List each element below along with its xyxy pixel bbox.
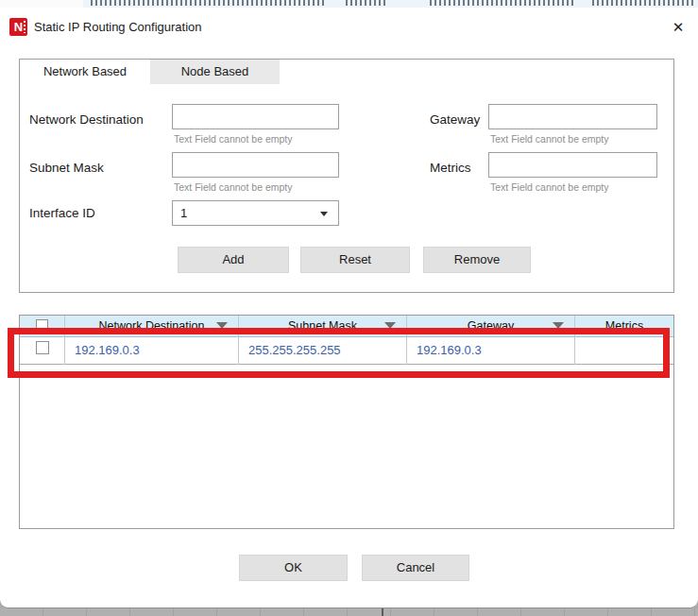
cell-subnet-mask: 255.255.255.255	[239, 337, 407, 365]
column-header-label: Network Destination	[99, 319, 205, 333]
filter-icon[interactable]	[553, 322, 564, 334]
metrics-input[interactable]	[488, 152, 657, 178]
column-header-metrics: Metrics	[575, 316, 673, 337]
network-destination-input[interactable]	[172, 104, 339, 129]
filter-icon[interactable]	[384, 322, 396, 334]
column-header-subnet-mask: Subnet Mask	[239, 316, 407, 337]
metrics-hint: Text Field cannot be empty	[490, 181, 608, 193]
table-row[interactable]: 192.169.0.3 255.255.255.255 192.169.0.3	[20, 337, 673, 365]
background-clipped-text	[91, 0, 325, 6]
background-clipped-text	[592, 0, 694, 6]
interface-id-dropdown[interactable]: 1	[172, 200, 339, 226]
gateway-label: Gateway	[430, 112, 480, 127]
static-ip-routing-dialog: N Static IP Routing Configuration ✕ Netw…	[0, 8, 698, 608]
routing-config-panel: Network Based Node Based Network Destina…	[19, 59, 674, 293]
netsim-logo-icon: N	[9, 18, 27, 36]
select-all-cell	[20, 316, 65, 337]
logo-bars	[24, 21, 26, 33]
cell-network-destination: 192.169.0.3	[65, 337, 239, 365]
column-header-network-destination: Network Destination	[65, 316, 239, 337]
subnet-mask-input[interactable]	[172, 152, 339, 178]
network-destination-hint: Text Field cannot be empty	[174, 133, 292, 145]
background-clipped-text	[346, 0, 387, 6]
network-destination-label: Network Destination	[29, 112, 144, 127]
column-header-gateway: Gateway	[407, 316, 575, 337]
table-header-row: Network Destination Subnet Mask Gateway	[20, 316, 673, 337]
metrics-label: Metrics	[430, 161, 471, 175]
screen: N Static IP Routing Configuration ✕ Netw…	[0, 0, 698, 616]
background-clipped-text	[430, 0, 573, 6]
cell-metrics	[575, 337, 673, 365]
remove-button[interactable]: Remove	[423, 247, 531, 273]
background-app-top-strip	[0, 0, 698, 8]
routes-table: Network Destination Subnet Mask Gateway	[19, 315, 674, 529]
select-all-checkbox[interactable]	[36, 319, 48, 332]
close-icon[interactable]: ✕	[664, 14, 692, 41]
tab-network-based[interactable]: Network Based	[20, 60, 150, 84]
cell-gateway: 192.169.0.3	[407, 337, 575, 365]
cancel-button[interactable]: Cancel	[362, 555, 469, 581]
logo-letter: N	[14, 20, 23, 34]
title-bar: N Static IP Routing Configuration ✕	[0, 8, 698, 47]
column-header-label: Subnet Mask	[288, 319, 357, 333]
filter-icon[interactable]	[216, 322, 228, 334]
tab-node-based[interactable]: Node Based	[150, 60, 280, 84]
gateway-input[interactable]	[488, 104, 657, 129]
background-app-bottom-strip	[0, 608, 698, 616]
column-header-label: Metrics	[605, 319, 643, 333]
gateway-hint: Text Field cannot be empty	[490, 133, 608, 145]
row-select-cell	[20, 337, 65, 365]
add-button[interactable]: Add	[178, 247, 289, 273]
row-checkbox[interactable]	[36, 341, 49, 354]
subnet-mask-hint: Text Field cannot be empty	[174, 181, 292, 193]
interface-id-label: Interface ID	[29, 206, 95, 220]
background-divider	[382, 608, 383, 616]
subnet-mask-label: Subnet Mask	[29, 161, 104, 175]
reset-button[interactable]: Reset	[300, 247, 410, 273]
window-title: Static IP Routing Configuration	[34, 8, 202, 47]
column-header-label: Gateway	[468, 319, 514, 333]
ok-button[interactable]: OK	[239, 555, 348, 581]
interface-id-value: 1	[180, 206, 187, 220]
chevron-down-icon	[320, 212, 328, 216]
